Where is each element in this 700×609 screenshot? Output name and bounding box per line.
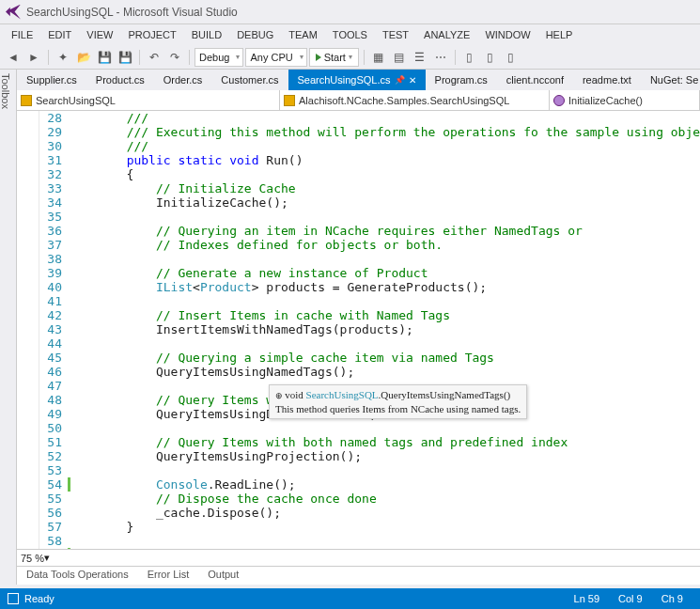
code-lines[interactable]: /// /// Executing this method will perfo… [68,111,700,549]
document-tabs: Supplier.csProduct.csOrder.csCustomer.cs… [17,70,700,90]
title-bar: SearchUsingSQL - Microsoft Visual Studio [0,0,700,24]
menu-test[interactable]: TEST [375,26,416,43]
nav-class-label: Alachisoft.NCache.Samples.SearchUsingSQL [299,95,509,106]
status-icon [8,593,19,604]
menu-edit[interactable]: EDIT [40,26,79,43]
nav-bar: SearchUsingSQL Alachisoft.NCache.Samples… [17,90,700,111]
zoom-combo[interactable]: 75 % ▾ [17,549,700,566]
tool-button[interactable]: ▯ [481,48,500,67]
open-button[interactable]: 📂 [74,48,93,67]
menu-debug[interactable]: DEBUG [229,26,281,43]
change-marker [68,477,70,492]
tooltip-sig-pre: void [285,389,305,400]
config-combo[interactable]: Debug [194,48,243,67]
tooltip-desc: This method queries Items from NCache us… [275,402,521,415]
new-button[interactable]: ✦ [54,48,72,67]
method-icon [553,95,565,106]
menu-team[interactable]: TEAM [281,26,325,43]
menu-window[interactable]: WINDOW [477,26,537,43]
config-label: Debug [199,52,229,63]
menu-help[interactable]: HELP [538,26,581,43]
tool-button[interactable]: ▦ [369,48,388,67]
window-title: SearchUsingSQL - Microsoft Visual Studio [26,6,238,19]
bottom-tab[interactable]: Output [198,567,248,585]
bottom-tab[interactable]: Data Tools Operations [17,567,138,585]
line-numbers: 2829303132333435363738394041424344454647… [39,111,68,549]
pin-icon[interactable]: 📌 [395,75,405,85]
doc-tab[interactable]: NuGet: Se [641,70,700,90]
nav-class-combo[interactable]: Alachisoft.NCache.Samples.SearchUsingSQL [280,90,550,110]
doc-tab[interactable]: client.ncconf [497,70,573,90]
menu-file[interactable]: FILE [4,26,40,43]
nav-project-combo[interactable]: SearchUsingSQL [17,90,280,110]
doc-tab[interactable]: Program.cs [426,70,497,90]
status-bar: Ready Ln 59 Col 9 Ch 9 [0,588,700,609]
nav-member-label: InitializeCache() [568,95,643,106]
menu-view[interactable]: VIEW [79,26,120,43]
tool-button[interactable]: ▯ [460,48,479,67]
doc-tab[interactable]: Order.cs [154,70,212,90]
platform-combo[interactable]: Any CPU [245,48,306,67]
save-button[interactable]: 💾 [95,48,114,67]
close-icon[interactable]: ✕ [409,75,416,86]
redo-button[interactable]: ↷ [165,48,184,67]
status-col: Col 9 [609,593,652,604]
bottom-panel-tabs: Data Tools OperationsError ListOutput [17,566,700,585]
menu-build[interactable]: BUILD [184,26,229,43]
tool-button[interactable]: ▤ [390,48,409,67]
vs-logo-icon [6,5,21,20]
nav-project-label: SearchUsingSQL [36,95,116,106]
status-ready: Ready [24,593,54,604]
change-marker [68,548,70,549]
nav-back-button[interactable]: ◄ [4,48,23,67]
start-button[interactable]: Start▾ [309,48,359,67]
save-all-button[interactable]: 💾 [116,48,134,67]
status-line: Ln 59 [565,593,610,604]
doc-tab[interactable]: Customer.cs [211,70,288,90]
outline-margin[interactable] [17,111,39,549]
toolbar: ◄ ► ✦ 📂 💾 💾 ↶ ↷ Debug Any CPU Start▾ ▦ ▤… [0,45,700,70]
zoom-label: 75 % [21,553,44,564]
doc-tab[interactable]: Product.cs [86,70,154,90]
nav-member-combo[interactable]: InitializeCache() [550,90,700,110]
tool-button[interactable]: ☰ [411,48,429,67]
code-editor[interactable]: 2829303132333435363738394041424344454647… [17,111,700,549]
menu-tools[interactable]: TOOLS [325,26,375,43]
nav-fwd-button[interactable]: ► [24,48,43,67]
start-label: Start [324,52,346,63]
csharp-icon [21,95,32,106]
menu-bar: FILEEDITVIEWPROJECTBUILDDEBUGTEAMTOOLSTE… [0,24,700,45]
status-ch: Ch 9 [652,593,692,604]
menu-analyze[interactable]: ANALYZE [416,26,477,43]
tooltip-sig-class: SearchUsingSQL [306,389,379,400]
doc-tab[interactable]: Supplier.cs [17,70,86,90]
doc-tab[interactable]: readme.txt [573,70,641,90]
doc-tab[interactable]: SearchUsingSQL.cs📌✕ [288,70,426,90]
undo-button[interactable]: ↶ [145,48,163,67]
tool-button[interactable]: ⋯ [431,48,450,67]
menu-project[interactable]: PROJECT [120,26,183,43]
class-icon [284,95,295,106]
tool-button[interactable]: ▯ [502,48,521,67]
play-icon [316,54,321,61]
bottom-tab[interactable]: Error List [138,567,199,585]
platform-label: Any CPU [250,52,292,63]
toolbox-sidetab[interactable]: Toolbox [0,70,17,585]
tooltip-sig-post: .QueryItemsUsingNamedTags() [379,389,511,400]
intellisense-tooltip: ⊕ void SearchUsingSQL.QueryItemsUsingNam… [269,384,527,419]
